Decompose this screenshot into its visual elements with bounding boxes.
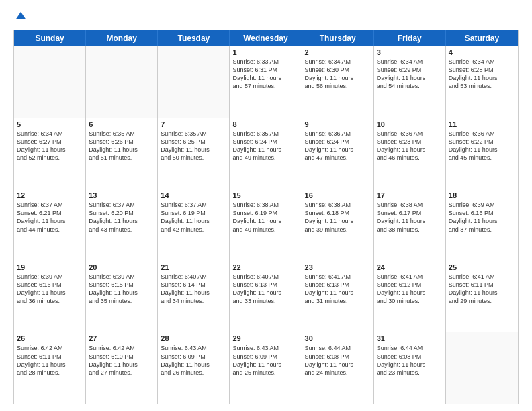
day-number: 18 [449,191,515,199]
cell-info: Sunrise: 6:42 AM Sunset: 6:10 PM Dayligh… [89,344,154,377]
calendar-cell: 22Sunrise: 6:40 AM Sunset: 6:13 PM Dayli… [230,261,302,332]
calendar-cell: 20Sunrise: 6:39 AM Sunset: 6:15 PM Dayli… [86,261,158,332]
calendar-cell: 26Sunrise: 6:42 AM Sunset: 6:11 PM Dayli… [14,332,86,404]
calendar-cell: 9Sunrise: 6:36 AM Sunset: 6:24 PM Daylig… [302,118,374,189]
header-friday: Friday [374,30,446,46]
day-number: 6 [89,120,154,128]
day-number: 19 [17,263,83,271]
calendar-cell: 25Sunrise: 6:41 AM Sunset: 6:11 PM Dayli… [446,261,518,332]
cell-info: Sunrise: 6:40 AM Sunset: 6:14 PM Dayligh… [161,273,226,306]
header-wednesday: Wednesday [230,30,302,46]
calendar-cell: 5Sunrise: 6:34 AM Sunset: 6:27 PM Daylig… [14,118,86,189]
day-number: 3 [377,48,443,56]
calendar-cell: 16Sunrise: 6:38 AM Sunset: 6:18 PM Dayli… [302,189,374,261]
cell-info: Sunrise: 6:34 AM Sunset: 6:27 PM Dayligh… [17,130,83,163]
day-number: 24 [377,263,443,271]
cell-info: Sunrise: 6:41 AM Sunset: 6:11 PM Dayligh… [449,273,515,306]
svg-marker-0 [16,12,26,19]
day-number: 9 [305,120,371,128]
calendar-cell: 19Sunrise: 6:39 AM Sunset: 6:16 PM Dayli… [14,261,86,332]
day-number: 21 [161,263,226,271]
calendar-cell: 13Sunrise: 6:37 AM Sunset: 6:20 PM Dayli… [86,189,158,261]
cell-info: Sunrise: 6:39 AM Sunset: 6:16 PM Dayligh… [449,201,515,234]
day-number: 27 [89,334,154,342]
page: SundayMondayTuesdayWednesdayThursdayFrid… [0,0,532,411]
day-number: 4 [449,48,515,56]
calendar-cell: 27Sunrise: 6:42 AM Sunset: 6:10 PM Dayli… [86,332,158,404]
header-monday: Monday [86,30,158,46]
cell-info: Sunrise: 6:34 AM Sunset: 6:30 PM Dayligh… [305,58,371,91]
calendar-cell: 15Sunrise: 6:38 AM Sunset: 6:19 PM Dayli… [230,189,302,261]
calendar-row-0: 1Sunrise: 6:33 AM Sunset: 6:31 PM Daylig… [14,46,518,118]
cell-info: Sunrise: 6:37 AM Sunset: 6:20 PM Dayligh… [89,201,154,234]
cell-info: Sunrise: 6:38 AM Sunset: 6:19 PM Dayligh… [232,201,298,234]
header-sunday: Sunday [14,30,86,46]
day-number: 20 [89,263,154,271]
calendar-cell: 10Sunrise: 6:36 AM Sunset: 6:23 PM Dayli… [374,118,446,189]
calendar-cell: 8Sunrise: 6:35 AM Sunset: 6:24 PM Daylig… [230,118,302,189]
calendar-cell: 21Sunrise: 6:40 AM Sunset: 6:14 PM Dayli… [158,261,230,332]
calendar-row-3: 19Sunrise: 6:39 AM Sunset: 6:16 PM Dayli… [14,261,518,332]
cell-info: Sunrise: 6:35 AM Sunset: 6:25 PM Dayligh… [161,130,226,163]
cell-info: Sunrise: 6:43 AM Sunset: 6:09 PM Dayligh… [232,344,298,377]
day-number: 1 [232,48,298,56]
calendar-body: 1Sunrise: 6:33 AM Sunset: 6:31 PM Daylig… [14,46,518,404]
calendar-cell [446,332,518,404]
day-number: 22 [232,263,298,271]
logo [13,11,27,23]
header-saturday: Saturday [446,30,518,46]
header [13,11,519,23]
calendar-cell: 29Sunrise: 6:43 AM Sunset: 6:09 PM Dayli… [230,332,302,404]
header-thursday: Thursday [302,30,374,46]
cell-info: Sunrise: 6:38 AM Sunset: 6:17 PM Dayligh… [377,201,443,234]
cell-info: Sunrise: 6:33 AM Sunset: 6:31 PM Dayligh… [232,58,298,91]
calendar: SundayMondayTuesdayWednesdayThursdayFrid… [13,30,519,404]
cell-info: Sunrise: 6:41 AM Sunset: 6:13 PM Dayligh… [305,273,371,306]
cell-info: Sunrise: 6:43 AM Sunset: 6:09 PM Dayligh… [161,344,226,377]
day-number: 12 [17,191,83,199]
cell-info: Sunrise: 6:40 AM Sunset: 6:13 PM Dayligh… [232,273,298,306]
day-number: 14 [161,191,226,199]
calendar-cell: 24Sunrise: 6:41 AM Sunset: 6:12 PM Dayli… [374,261,446,332]
calendar-cell: 11Sunrise: 6:36 AM Sunset: 6:22 PM Dayli… [446,118,518,189]
logo-icon [15,11,27,23]
day-number: 15 [232,191,298,199]
cell-info: Sunrise: 6:37 AM Sunset: 6:21 PM Dayligh… [17,201,83,234]
cell-info: Sunrise: 6:38 AM Sunset: 6:18 PM Dayligh… [305,201,371,234]
day-number: 16 [305,191,371,199]
day-number: 2 [305,48,371,56]
calendar-row-4: 26Sunrise: 6:42 AM Sunset: 6:11 PM Dayli… [14,332,518,404]
cell-info: Sunrise: 6:36 AM Sunset: 6:23 PM Dayligh… [377,130,443,163]
cell-info: Sunrise: 6:34 AM Sunset: 6:28 PM Dayligh… [449,58,515,91]
cell-info: Sunrise: 6:35 AM Sunset: 6:24 PM Dayligh… [232,130,298,163]
cell-info: Sunrise: 6:39 AM Sunset: 6:15 PM Dayligh… [89,273,154,306]
day-number: 29 [232,334,298,342]
calendar-cell: 28Sunrise: 6:43 AM Sunset: 6:09 PM Dayli… [158,332,230,404]
calendar-cell: 4Sunrise: 6:34 AM Sunset: 6:28 PM Daylig… [446,46,518,118]
cell-info: Sunrise: 6:39 AM Sunset: 6:16 PM Dayligh… [17,273,83,306]
calendar-cell: 3Sunrise: 6:34 AM Sunset: 6:29 PM Daylig… [374,46,446,118]
cell-info: Sunrise: 6:35 AM Sunset: 6:26 PM Dayligh… [89,130,154,163]
calendar-cell: 30Sunrise: 6:44 AM Sunset: 6:08 PM Dayli… [302,332,374,404]
cell-info: Sunrise: 6:44 AM Sunset: 6:08 PM Dayligh… [377,344,443,377]
calendar-cell [158,46,230,118]
calendar-cell: 23Sunrise: 6:41 AM Sunset: 6:13 PM Dayli… [302,261,374,332]
cell-info: Sunrise: 6:44 AM Sunset: 6:08 PM Dayligh… [305,344,371,377]
calendar-row-1: 5Sunrise: 6:34 AM Sunset: 6:27 PM Daylig… [14,118,518,189]
day-number: 28 [161,334,226,342]
cell-info: Sunrise: 6:41 AM Sunset: 6:12 PM Dayligh… [377,273,443,306]
cell-info: Sunrise: 6:42 AM Sunset: 6:11 PM Dayligh… [17,344,83,377]
calendar-cell: 12Sunrise: 6:37 AM Sunset: 6:21 PM Dayli… [14,189,86,261]
calendar-cell: 7Sunrise: 6:35 AM Sunset: 6:25 PM Daylig… [158,118,230,189]
day-number: 25 [449,263,515,271]
calendar-cell: 14Sunrise: 6:37 AM Sunset: 6:19 PM Dayli… [158,189,230,261]
day-number: 23 [305,263,371,271]
calendar-cell: 2Sunrise: 6:34 AM Sunset: 6:30 PM Daylig… [302,46,374,118]
calendar-cell: 1Sunrise: 6:33 AM Sunset: 6:31 PM Daylig… [230,46,302,118]
cell-info: Sunrise: 6:36 AM Sunset: 6:22 PM Dayligh… [449,130,515,163]
day-number: 26 [17,334,83,342]
calendar-cell: 6Sunrise: 6:35 AM Sunset: 6:26 PM Daylig… [86,118,158,189]
calendar-cell [86,46,158,118]
calendar-header: SundayMondayTuesdayWednesdayThursdayFrid… [14,30,518,46]
calendar-row-2: 12Sunrise: 6:37 AM Sunset: 6:21 PM Dayli… [14,189,518,261]
